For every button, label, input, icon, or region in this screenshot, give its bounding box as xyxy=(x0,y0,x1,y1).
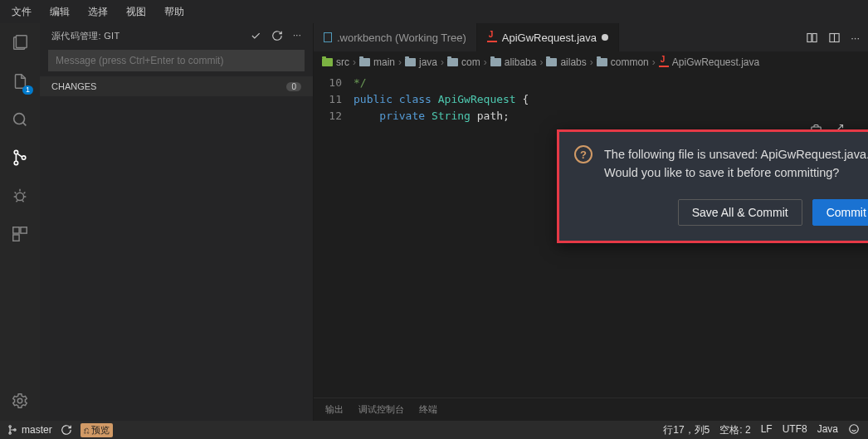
folder-icon xyxy=(546,58,557,66)
java-icon xyxy=(659,57,669,67)
source-control-icon[interactable] xyxy=(8,146,32,169)
svg-rect-11 xyxy=(807,33,812,41)
sync-icon[interactable] xyxy=(61,424,72,436)
svg-point-17 xyxy=(14,429,16,431)
tab-apigwrequest[interactable]: ApiGwRequest.java xyxy=(477,23,619,51)
panel-tabs: 输出 调试控制台 终端 xyxy=(314,398,868,421)
sidebar: 源代码管理: GIT ··· CHANGES 0 xyxy=(40,23,314,421)
menu-edit[interactable]: 编辑 xyxy=(41,2,78,22)
menu-help[interactable]: 帮助 xyxy=(156,2,193,22)
branch-indicator[interactable]: master xyxy=(7,424,52,436)
debug-icon[interactable] xyxy=(8,184,32,207)
commit-message-input[interactable] xyxy=(48,50,305,71)
status-lncol[interactable]: 行17，列5 xyxy=(663,423,710,437)
extensions-icon[interactable] xyxy=(8,222,32,246)
feedback-icon[interactable] xyxy=(848,423,860,437)
breadcrumbs[interactable]: src› main› java› com› alibaba› ailabs› c… xyxy=(314,51,868,73)
svg-point-16 xyxy=(9,432,11,434)
menu-view[interactable]: 视图 xyxy=(118,2,154,22)
menu-file[interactable]: 文件 xyxy=(3,2,40,22)
svg-rect-12 xyxy=(812,33,817,41)
more-icon[interactable]: ··· xyxy=(851,32,860,44)
menubar: 文件 编辑 选择 视图 帮助 xyxy=(0,0,868,23)
panel-tab-output[interactable]: 输出 xyxy=(325,403,344,416)
panel-tab-debug[interactable]: 调试控制台 xyxy=(358,403,404,416)
unsaved-dialog: ? The following file is unsaved: ApiGwRe… xyxy=(557,129,868,243)
statusbar: master ⎌预览 行17，列5 空格: 2 LF UTF8 Java xyxy=(0,421,868,439)
folder-icon xyxy=(490,58,501,66)
svg-rect-7 xyxy=(13,227,19,233)
svg-rect-8 xyxy=(21,227,27,233)
svg-point-3 xyxy=(14,150,17,154)
folder-icon xyxy=(359,58,370,66)
explorer-icon[interactable] xyxy=(8,32,32,55)
save-all-commit-button[interactable]: Save All & Commit xyxy=(678,199,802,226)
changes-label: CHANGES xyxy=(51,81,96,91)
folder-icon xyxy=(447,58,458,66)
search-icon[interactable] xyxy=(8,108,32,131)
svg-point-5 xyxy=(22,156,25,159)
changes-header[interactable]: CHANGES 0 xyxy=(40,76,313,96)
commit-input-wrap xyxy=(48,50,305,71)
tab-label: .workbench (Working Tree) xyxy=(337,32,466,44)
compare-icon[interactable] xyxy=(806,32,818,44)
status-spaces[interactable]: 空格: 2 xyxy=(719,423,750,437)
svg-point-2 xyxy=(14,114,25,124)
question-icon: ? xyxy=(574,145,592,163)
svg-point-4 xyxy=(14,161,17,164)
preview-flag[interactable]: ⎌预览 xyxy=(80,423,113,437)
dialog-message: The following file is unsaved: ApiGwRequ… xyxy=(604,145,868,183)
folder-icon xyxy=(597,58,607,66)
svg-point-18 xyxy=(850,424,859,433)
more-icon[interactable]: ··· xyxy=(293,30,301,41)
activitybar: 1 xyxy=(0,23,40,421)
svg-point-15 xyxy=(9,426,11,427)
gutter: 10 11 12 xyxy=(314,73,354,398)
unsaved-dot-icon xyxy=(602,34,608,41)
folder-icon xyxy=(322,58,333,66)
tab-workbench[interactable]: .workbench (Working Tree) xyxy=(314,23,477,51)
svg-point-6 xyxy=(16,193,23,200)
editor-area: .workbench (Working Tree) ApiGwRequest.j… xyxy=(314,23,868,421)
tab-label: ApiGwRequest.java xyxy=(502,32,597,44)
sidebar-title: 源代码管理: GIT ··· xyxy=(40,23,313,48)
java-icon xyxy=(487,32,497,42)
gear-icon[interactable] xyxy=(8,389,32,412)
file-icon xyxy=(324,32,332,42)
svg-point-10 xyxy=(17,398,22,403)
menu-select[interactable]: 选择 xyxy=(80,2,116,22)
commit-check-icon[interactable] xyxy=(250,30,261,41)
refresh-icon[interactable] xyxy=(271,30,283,41)
commit-anyway-button[interactable]: Commit Anyway xyxy=(812,199,868,226)
svg-rect-1 xyxy=(16,36,27,48)
files-badge: 1 xyxy=(22,85,33,95)
changes-count: 0 xyxy=(286,82,301,91)
svg-rect-9 xyxy=(13,235,19,241)
status-lang[interactable]: Java xyxy=(817,423,838,437)
status-encoding[interactable]: UTF8 xyxy=(783,423,807,437)
status-eol[interactable]: LF xyxy=(761,423,773,437)
folder-icon xyxy=(405,58,416,66)
files-icon[interactable]: 1 xyxy=(8,70,32,93)
split-icon[interactable] xyxy=(828,32,841,44)
panel-tab-terminal[interactable]: 终端 xyxy=(419,403,437,416)
sidebar-title-label: 源代码管理: GIT xyxy=(51,30,119,42)
tabs: .workbench (Working Tree) ApiGwRequest.j… xyxy=(314,23,868,51)
